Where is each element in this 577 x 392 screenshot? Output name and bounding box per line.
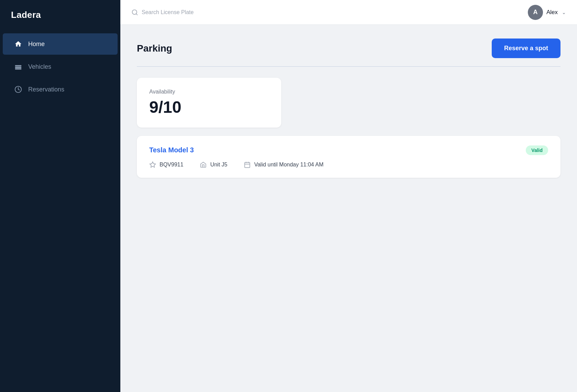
page-title: Parking — [137, 43, 172, 54]
reservation-card-header: Tesla Model 3 Valid — [149, 145, 548, 155]
calendar-icon — [244, 161, 251, 168]
valid-until-detail: Valid until Monday 11:04 AM — [244, 161, 324, 168]
valid-until-text: Valid until Monday 11:04 AM — [254, 162, 324, 168]
user-avatar: A — [528, 5, 543, 20]
sidebar-item-home-label: Home — [28, 41, 45, 48]
page-header: Parking Reserve a spot — [137, 39, 560, 58]
vehicles-icon — [14, 62, 23, 71]
header: A Alex ⌄ — [120, 0, 577, 25]
reserve-spot-button[interactable]: Reserve a spot — [492, 39, 560, 58]
sidebar-item-reservations[interactable]: Reservations — [3, 79, 118, 100]
unit-icon — [200, 161, 207, 168]
svg-line-5 — [136, 13, 138, 15]
reservations-icon — [14, 85, 23, 94]
user-menu[interactable]: A Alex ⌄ — [528, 5, 566, 20]
search-input[interactable] — [142, 9, 245, 15]
star-icon — [149, 161, 156, 168]
svg-rect-2 — [15, 68, 21, 70]
unit-text: Unit J5 — [210, 162, 227, 168]
license-plate-detail: BQV9911 — [149, 161, 183, 168]
page-content: Parking Reserve a spot Availability 9/10… — [120, 25, 577, 392]
svg-marker-6 — [150, 162, 156, 167]
section-divider — [137, 66, 560, 67]
reservation-details: BQV9911 Unit J5 — [149, 161, 548, 168]
sidebar-item-reservations-label: Reservations — [28, 86, 64, 93]
status-badge: Valid — [526, 145, 548, 155]
license-plate-text: BQV9911 — [160, 162, 183, 168]
svg-rect-0 — [15, 65, 21, 66]
search-container — [131, 9, 528, 16]
reservation-card: Tesla Model 3 Valid BQV9911 — [137, 136, 560, 178]
svg-rect-1 — [15, 67, 21, 68]
svg-rect-7 — [245, 162, 250, 167]
sidebar-item-vehicles-label: Vehicles — [28, 63, 51, 70]
home-icon — [14, 40, 23, 48]
availability-label: Availability — [149, 89, 269, 95]
vehicle-name: Tesla Model 3 — [149, 146, 194, 154]
availability-card: Availability 9/10 — [137, 78, 281, 128]
app-logo: Ladera — [0, 0, 120, 30]
main-container: A Alex ⌄ Parking Reserve a spot Availabi… — [120, 0, 577, 392]
availability-value: 9/10 — [149, 98, 269, 117]
sidebar-item-vehicles[interactable]: Vehicles — [3, 56, 118, 77]
sidebar-nav: Home Vehicles Reservations — [0, 33, 120, 101]
chevron-down-icon: ⌄ — [562, 10, 566, 15]
search-icon — [131, 9, 138, 16]
sidebar: Ladera Home Vehicles — [0, 0, 120, 392]
sidebar-item-home[interactable]: Home — [3, 33, 118, 55]
unit-detail: Unit J5 — [200, 161, 227, 168]
user-name: Alex — [546, 9, 558, 16]
